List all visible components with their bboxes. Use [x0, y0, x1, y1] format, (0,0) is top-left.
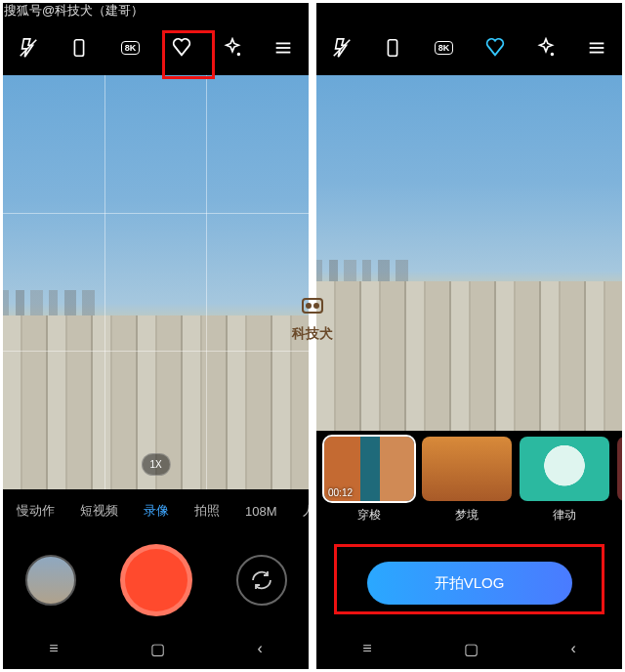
- gallery-thumbnail[interactable]: [25, 555, 76, 606]
- aspect-ratio-icon[interactable]: [374, 29, 411, 66]
- nav-back-icon[interactable]: ‹: [570, 640, 575, 657]
- record-shutter-button[interactable]: [120, 544, 192, 616]
- camera-viewfinder[interactable]: [316, 75, 622, 431]
- grid-line: [3, 351, 309, 352]
- nav-home-icon[interactable]: ▢: [150, 640, 165, 658]
- svg-rect-10: [389, 40, 397, 57]
- camera-top-toolbar: 8K: [316, 21, 622, 75]
- android-nav-bar: ≡ ▢ ‹: [3, 628, 309, 669]
- grid-line: [206, 75, 207, 489]
- vlog-cta-zone: 开拍VLOG: [316, 538, 622, 628]
- flash-icon[interactable]: [10, 29, 47, 66]
- camera-mode-strip[interactable]: 慢动作 短视频 录像 拍照 108M 人像: [3, 489, 309, 532]
- svg-point-11: [551, 54, 553, 56]
- nav-recent-icon[interactable]: ≡: [49, 640, 58, 657]
- template-label: 穿梭: [357, 507, 381, 524]
- vlog-template-item[interactable]: 00:12 穿梭: [324, 437, 414, 538]
- template-label: 梦境: [455, 507, 479, 524]
- camera-top-toolbar: 8K: [3, 21, 309, 75]
- svg-rect-4: [75, 40, 84, 57]
- vlog-template-item[interactable]: 梦境: [422, 437, 512, 538]
- vlog-template-item[interactable]: 卡点: [617, 437, 622, 538]
- template-label: 律动: [553, 507, 576, 524]
- mode-short-video[interactable]: 短视频: [80, 502, 118, 520]
- mode-108m[interactable]: 108M: [245, 504, 277, 519]
- nav-back-icon[interactable]: ‹: [257, 640, 262, 657]
- android-nav-bar: ≡ ▢ ‹: [316, 628, 622, 669]
- resolution-badge[interactable]: 8K: [111, 29, 148, 66]
- phone-screenshot-right: 8K 00:12 穿梭 梦境: [316, 3, 622, 669]
- camera-viewfinder[interactable]: 1X: [3, 75, 309, 489]
- template-duration: 00:12: [328, 487, 353, 498]
- menu-icon[interactable]: [265, 29, 302, 66]
- grid-line: [3, 213, 309, 214]
- aspect-ratio-icon[interactable]: [61, 29, 98, 66]
- magic-filter-icon[interactable]: [527, 29, 564, 66]
- vlog-mode-icon-active[interactable]: [477, 29, 514, 66]
- svg-point-5: [237, 54, 239, 56]
- nav-home-icon[interactable]: ▢: [464, 640, 479, 658]
- grid-line: [104, 75, 105, 489]
- status-bar: [3, 3, 309, 21]
- camera-bottom-controls: [3, 532, 309, 628]
- phone-screenshot-left: 8K 1X 慢动作 短视频 录像 拍照 108M: [3, 3, 309, 669]
- mode-photo[interactable]: 拍照: [194, 502, 220, 520]
- zoom-level-chip[interactable]: 1X: [141, 453, 170, 476]
- vlog-template-strip[interactable]: 00:12 穿梭 梦境 律动 卡点: [316, 431, 622, 538]
- vlog-template-item[interactable]: 律动: [520, 437, 609, 538]
- menu-icon[interactable]: [578, 29, 615, 66]
- mode-video[interactable]: 录像: [144, 502, 169, 520]
- vlog-mode-icon[interactable]: [163, 29, 200, 66]
- flash-icon[interactable]: [323, 29, 360, 66]
- resolution-badge[interactable]: 8K: [425, 29, 462, 66]
- status-bar: [316, 3, 622, 21]
- start-vlog-button[interactable]: 开拍VLOG: [367, 562, 572, 605]
- magic-filter-icon[interactable]: [214, 29, 251, 66]
- mode-slow-motion[interactable]: 慢动作: [17, 502, 55, 520]
- switch-camera-button[interactable]: [236, 555, 287, 606]
- nav-recent-icon[interactable]: ≡: [362, 640, 371, 657]
- mode-portrait[interactable]: 人像: [303, 502, 309, 520]
